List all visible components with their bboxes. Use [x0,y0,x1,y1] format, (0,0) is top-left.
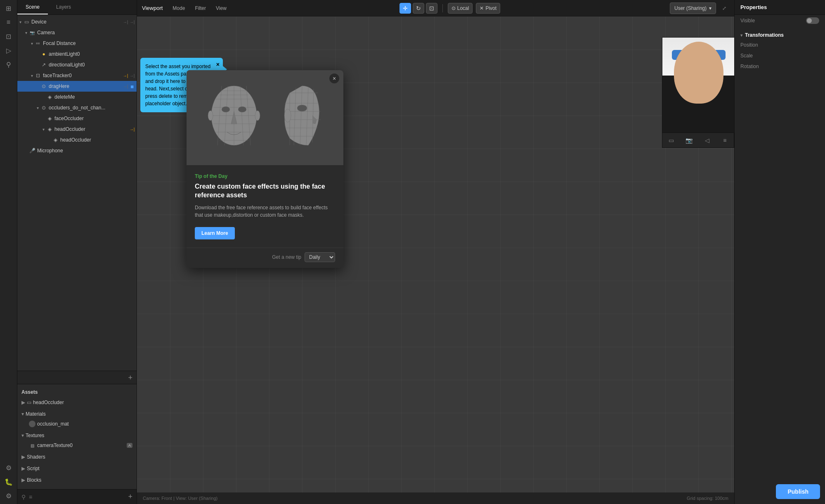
tree-arrow-focal[interactable]: ▾ [29,40,35,46]
assets-arrow-shaders: ▶ [21,454,25,460]
tree-item-head-occluder-child[interactable]: ▾ ◈ headOccluder [17,135,137,145]
assets-section-header-blocks[interactable]: ▶ Blocks [17,475,137,485]
scene-panel: Scene Layers ▾ ▭ Device →| →| ▾ 📷 Camera [17,0,137,504]
sidebar-icon-effects[interactable]: ≡ [2,16,15,29]
tip-modal: × Tip of the Day Create custom face effe… [187,70,343,268]
toolbar-separator-1 [442,4,443,12]
sidebar-icon-tools[interactable]: ⚙ [2,461,15,474]
tree-item-delete-me[interactable]: ▾ ◈ deleteMe [17,92,137,102]
assets-label-materials: Materials [26,411,46,417]
assets-section-header-script[interactable]: ▶ Script [17,464,137,473]
tree-arrow-device[interactable]: ▾ [17,19,23,25]
tree-label-occluders: occluders_do_not_chan... [49,105,135,111]
learn-more-button[interactable]: Learn More [195,227,235,239]
tooltip-close-button[interactable]: × [216,60,220,69]
tree-label-headoccluder2: headOccluder [60,137,135,143]
rotation-label: Rotation [740,64,759,69]
viewport-filter-menu[interactable]: Filter [191,4,209,13]
assets-item-camera-texture[interactable]: ▨ cameraTexture0 A [17,440,137,450]
tree-item-drag-here[interactable]: ▾ ⊙ dragHere →| ◼ [17,81,137,92]
tree-label-facetracker: faceTracker0 [43,73,123,78]
tree-item-ambient-light[interactable]: ▾ ● ambientLight0 [17,49,137,59]
tree-item-camera[interactable]: ▾ 📷 Camera [17,27,137,38]
viewport-mode-menu[interactable]: Mode [169,4,188,13]
scene-tree: ▾ ▭ Device →| →| ▾ 📷 Camera ▾ ≡≡ Foca [17,15,137,371]
tree-arrow-occluders[interactable]: ▾ [35,105,40,111]
assets-label-textures: Textures [26,433,44,438]
tree-action-facetracker-yellow: →| [123,73,128,78]
cam-btn-more[interactable]: ≡ [719,135,730,146]
tool-scale-button[interactable]: ⊡ [426,3,437,14]
tree-icon-faceoccluder: ◈ [46,115,53,122]
tip-modal-close-button[interactable]: × [329,73,339,83]
tree-label-directional: directionalLight0 [49,62,135,68]
pivot-label: Pivot [485,5,496,11]
tree-label-draghere: dragHere [49,83,123,89]
viewport-expand-button[interactable]: ⤢ [719,3,729,13]
tool-move-button[interactable]: ✛ [399,3,411,14]
assets-section-header-materials[interactable]: ▾ Materials [17,409,137,419]
tip-modal-body: Tip of the Day Create custom face effect… [187,165,343,248]
tab-layers[interactable]: Layers [48,0,79,14]
svg-point-29 [297,105,307,111]
viewport-view-menu[interactable]: View [213,4,230,13]
tree-arrow-facetracker[interactable]: ▾ [29,73,35,78]
scene-add-button[interactable]: + [128,374,132,381]
tree-action-headocc-yellow: →| [129,127,135,132]
cam-btn-frame[interactable]: ▭ [666,135,677,146]
cam-btn-record[interactable]: ◁ [702,135,712,146]
transformations-arrow: ▾ [740,33,742,38]
tab-scene[interactable]: Scene [17,0,48,14]
assets-arrow-headoccluder: ▶ [21,400,25,405]
assets-arrow-textures: ▾ [21,433,24,438]
tree-item-occluders[interactable]: ▾ ⊙ occluders_do_not_chan... [17,102,137,113]
tree-item-microphone[interactable]: ▾ 🎤 Microphone [17,145,137,156]
tip-title: Create custom face effects using the fac… [195,182,335,200]
assets-section-header-shaders[interactable]: ▶ Shaders [17,452,137,462]
transformations-section: ▾ Transformations Position Scale Rotatio… [735,26,825,76]
tree-item-face-occluder[interactable]: ▾ ◈ faceOccluder [17,113,137,124]
tree-item-head-occluder-parent[interactable]: ▾ ◈ headOccluder →| [17,124,137,135]
tree-item-face-tracker[interactable]: ▾ ⊡ faceTracker0 →| →| [17,70,137,81]
tip-frequency-select[interactable]: Daily Weekly Never [305,252,335,262]
viewport-title: Viewport [142,5,163,11]
viewport-toolbar: Viewport Mode Filter View ✛ ↻ ⊡ ⊙ Local … [137,0,734,17]
assets-section-header-textures[interactable]: ▾ Textures [17,431,137,440]
assets-section-header-headoccluder[interactable]: ▶ ▭ headOccluder [17,398,137,407]
assets-arrow-script: ▶ [21,466,25,471]
search-icon[interactable]: ⚲ [21,494,26,500]
coordinate-system-button[interactable]: ⊙ Local [448,3,473,14]
publish-button[interactable]: Publish [776,484,820,499]
viewport-area: Viewport Mode Filter View ✛ ↻ ⊡ ⊙ Local … [137,0,734,504]
properties-panel-header: Properties [735,0,825,15]
filter-icon[interactable]: ≡ [29,494,32,500]
viewport-tool-group: ✛ ↻ ⊡ [399,3,437,14]
assets-section-textures: ▾ Textures ▨ cameraTexture0 A [17,430,137,451]
add-asset-button[interactable]: + [128,492,132,501]
tree-arrow-camera[interactable]: ▾ [23,30,29,35]
tip-modal-footer: Get a new tip Daily Weekly Never [187,248,343,268]
sidebar-icon-play[interactable]: ▷ [2,44,15,57]
tree-item-focal-distance[interactable]: ▾ ≡≡ Focal Distance [17,38,137,49]
sidebar-icon-debug[interactable]: 🐛 [2,475,15,488]
visible-toggle-knob [807,18,812,23]
tree-item-directional-light[interactable]: ▾ ↗ directionalLight0 [17,59,137,70]
sidebar-icon-settings[interactable]: ⚙ [2,489,15,502]
tree-icon-draghere: ⊙ [40,83,47,90]
sidebar-icon-search[interactable]: ⚲ [2,58,15,71]
assets-label-script: Script [27,466,40,471]
cam-btn-camera[interactable]: 📷 [684,135,695,146]
visible-toggle[interactable] [806,17,819,24]
sidebar-icon-assets[interactable]: ⊡ [2,30,15,43]
transformations-header[interactable]: ▾ Transformations [735,31,825,40]
tree-icon-headoccluder: ◈ [46,126,53,133]
tree-arrow-headoccluder[interactable]: ▾ [40,126,46,132]
assets-item-occlusion-mat[interactable]: occlusion_mat [17,419,137,429]
tool-rotate-button[interactable]: ↻ [413,3,424,14]
pivot-mode-button[interactable]: ✕ Pivot [476,3,500,14]
sidebar-icon-layers[interactable]: ⊞ [2,2,15,15]
assets-icon-cameratex: ▨ [29,442,35,449]
tree-item-device[interactable]: ▾ ▭ Device →| →| [17,17,137,27]
tree-icon-occluders: ⊙ [40,104,47,111]
user-sharing-button[interactable]: User (Sharing) ▾ [670,2,716,14]
